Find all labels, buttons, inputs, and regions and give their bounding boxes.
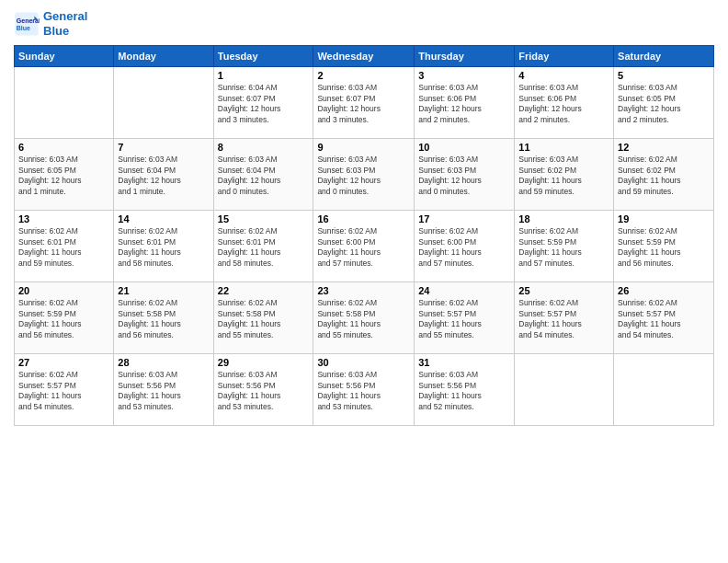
weekday-header-monday: Monday: [114, 46, 213, 67]
day-info: Sunrise: 6:02 AMSunset: 6:00 PMDaylight:…: [418, 226, 510, 269]
day-number: 15: [218, 213, 310, 224]
day-number: 23: [317, 285, 410, 296]
calendar-cell: 10Sunrise: 6:03 AMSunset: 6:03 PMDayligh…: [415, 139, 515, 211]
calendar-cell: 30Sunrise: 6:03 AMSunset: 5:56 PMDayligh…: [313, 354, 415, 426]
day-number: 21: [118, 285, 209, 296]
day-info: Sunrise: 6:04 AMSunset: 6:07 PMDaylight:…: [218, 83, 310, 125]
calendar-cell: 24Sunrise: 6:02 AMSunset: 5:57 PMDayligh…: [415, 282, 515, 354]
day-info: Sunrise: 6:03 AMSunset: 5:56 PMDaylight:…: [118, 370, 209, 412]
calendar-cell: 23Sunrise: 6:02 AMSunset: 5:58 PMDayligh…: [313, 282, 415, 354]
calendar-cell: 20Sunrise: 6:02 AMSunset: 5:59 PMDayligh…: [15, 282, 114, 354]
calendar-cell: 15Sunrise: 6:02 AMSunset: 6:01 PMDayligh…: [213, 211, 313, 282]
day-info: Sunrise: 6:02 AMSunset: 5:57 PMDaylight:…: [618, 298, 710, 340]
day-info: Sunrise: 6:02 AMSunset: 5:58 PMDaylight:…: [118, 298, 209, 340]
weekday-header-sunday: Sunday: [15, 46, 114, 67]
calendar-cell: 3Sunrise: 6:03 AMSunset: 6:06 PMDaylight…: [415, 67, 515, 139]
day-number: 25: [518, 285, 609, 296]
day-number: 12: [618, 142, 710, 153]
day-info: Sunrise: 6:03 AMSunset: 6:02 PMDaylight:…: [518, 155, 609, 197]
calendar-cell: 29Sunrise: 6:03 AMSunset: 5:56 PMDayligh…: [213, 354, 313, 426]
day-info: Sunrise: 6:03 AMSunset: 5:56 PMDaylight:…: [317, 370, 410, 412]
day-info: Sunrise: 6:02 AMSunset: 6:01 PMDaylight:…: [218, 226, 310, 269]
calendar-cell: 13Sunrise: 6:02 AMSunset: 6:01 PMDayligh…: [15, 211, 114, 282]
day-info: Sunrise: 6:02 AMSunset: 6:02 PMDaylight:…: [618, 155, 710, 197]
day-info: Sunrise: 6:02 AMSunset: 5:57 PMDaylight:…: [518, 298, 609, 340]
calendar-cell: 28Sunrise: 6:03 AMSunset: 5:56 PMDayligh…: [114, 354, 213, 426]
logo: General Blue General Blue: [14, 9, 87, 38]
day-info: Sunrise: 6:03 AMSunset: 6:05 PMDaylight:…: [618, 83, 710, 125]
svg-text:Blue: Blue: [17, 25, 30, 31]
day-number: 3: [418, 70, 510, 81]
day-info: Sunrise: 6:03 AMSunset: 6:03 PMDaylight:…: [418, 155, 510, 197]
calendar-cell: 14Sunrise: 6:02 AMSunset: 6:01 PMDayligh…: [114, 211, 213, 282]
day-number: 1: [218, 70, 310, 81]
day-number: 24: [418, 285, 510, 296]
logo-text: General Blue: [43, 9, 87, 38]
day-info: Sunrise: 6:02 AMSunset: 5:58 PMDaylight:…: [218, 298, 310, 340]
calendar-cell: 27Sunrise: 6:02 AMSunset: 5:57 PMDayligh…: [15, 354, 114, 426]
day-number: 13: [18, 213, 109, 224]
calendar-cell: 17Sunrise: 6:02 AMSunset: 6:00 PMDayligh…: [415, 211, 515, 282]
calendar-week-4: 20Sunrise: 6:02 AMSunset: 5:59 PMDayligh…: [15, 282, 714, 354]
day-number: 6: [18, 142, 109, 153]
calendar-cell: 12Sunrise: 6:02 AMSunset: 6:02 PMDayligh…: [614, 139, 714, 211]
day-number: 22: [218, 285, 310, 296]
weekday-header-thursday: Thursday: [415, 46, 515, 67]
day-number: 16: [317, 213, 410, 224]
calendar-week-5: 27Sunrise: 6:02 AMSunset: 5:57 PMDayligh…: [15, 354, 714, 426]
calendar-cell: [15, 67, 114, 139]
day-number: 20: [18, 285, 109, 296]
calendar-table: SundayMondayTuesdayWednesdayThursdayFrid…: [14, 45, 714, 426]
day-number: 29: [218, 357, 310, 368]
logo-icon: General Blue: [14, 11, 40, 37]
calendar-cell: 18Sunrise: 6:02 AMSunset: 5:59 PMDayligh…: [515, 211, 614, 282]
day-number: 7: [118, 142, 209, 153]
day-info: Sunrise: 6:02 AMSunset: 5:59 PMDaylight:…: [18, 298, 109, 340]
day-info: Sunrise: 6:03 AMSunset: 6:06 PMDaylight:…: [518, 83, 609, 125]
day-info: Sunrise: 6:03 AMSunset: 6:04 PMDaylight:…: [218, 155, 310, 197]
day-number: 30: [317, 357, 410, 368]
calendar-cell: 1Sunrise: 6:04 AMSunset: 6:07 PMDaylight…: [213, 67, 313, 139]
day-number: 5: [618, 70, 710, 81]
calendar-cell: 9Sunrise: 6:03 AMSunset: 6:03 PMDaylight…: [313, 139, 415, 211]
day-number: 17: [418, 213, 510, 224]
weekday-header-saturday: Saturday: [614, 46, 714, 67]
header: General Blue General Blue: [14, 9, 714, 38]
day-number: 10: [418, 142, 510, 153]
calendar-week-2: 6Sunrise: 6:03 AMSunset: 6:05 PMDaylight…: [15, 139, 714, 211]
day-info: Sunrise: 6:03 AMSunset: 6:03 PMDaylight:…: [317, 155, 410, 197]
calendar-cell: 25Sunrise: 6:02 AMSunset: 5:57 PMDayligh…: [515, 282, 614, 354]
day-info: Sunrise: 6:03 AMSunset: 6:06 PMDaylight:…: [418, 83, 510, 125]
day-info: Sunrise: 6:02 AMSunset: 5:59 PMDaylight:…: [618, 226, 710, 269]
svg-rect-0: [15, 12, 38, 35]
calendar-cell: 5Sunrise: 6:03 AMSunset: 6:05 PMDaylight…: [614, 67, 714, 139]
calendar-cell: [614, 354, 714, 426]
day-info: Sunrise: 6:02 AMSunset: 6:01 PMDaylight:…: [118, 226, 209, 269]
day-number: 19: [618, 213, 710, 224]
calendar-cell: 26Sunrise: 6:02 AMSunset: 5:57 PMDayligh…: [614, 282, 714, 354]
calendar-week-3: 13Sunrise: 6:02 AMSunset: 6:01 PMDayligh…: [15, 211, 714, 282]
day-info: Sunrise: 6:02 AMSunset: 6:00 PMDaylight:…: [317, 226, 410, 269]
calendar-cell: 21Sunrise: 6:02 AMSunset: 5:58 PMDayligh…: [114, 282, 213, 354]
day-info: Sunrise: 6:03 AMSunset: 6:07 PMDaylight:…: [317, 83, 410, 125]
day-number: 9: [317, 142, 410, 153]
calendar-cell: 31Sunrise: 6:03 AMSunset: 5:56 PMDayligh…: [415, 354, 515, 426]
calendar-cell: [515, 354, 614, 426]
calendar-cell: 6Sunrise: 6:03 AMSunset: 6:05 PMDaylight…: [15, 139, 114, 211]
day-info: Sunrise: 6:03 AMSunset: 5:56 PMDaylight:…: [218, 370, 310, 412]
calendar-cell: 22Sunrise: 6:02 AMSunset: 5:58 PMDayligh…: [213, 282, 313, 354]
day-number: 26: [618, 285, 710, 296]
weekday-header-tuesday: Tuesday: [213, 46, 313, 67]
calendar-cell: 11Sunrise: 6:03 AMSunset: 6:02 PMDayligh…: [515, 139, 614, 211]
day-info: Sunrise: 6:02 AMSunset: 5:58 PMDaylight:…: [317, 298, 410, 340]
day-number: 18: [518, 213, 609, 224]
calendar-cell: 16Sunrise: 6:02 AMSunset: 6:00 PMDayligh…: [313, 211, 415, 282]
day-number: 4: [518, 70, 609, 81]
day-info: Sunrise: 6:02 AMSunset: 5:57 PMDaylight:…: [418, 298, 510, 340]
calendar-cell: [114, 67, 213, 139]
weekday-header-row: SundayMondayTuesdayWednesdayThursdayFrid…: [15, 46, 714, 67]
day-info: Sunrise: 6:03 AMSunset: 6:05 PMDaylight:…: [18, 155, 109, 197]
day-number: 28: [118, 357, 209, 368]
page-container: General Blue General Blue SundayMondayTu…: [0, 0, 728, 435]
day-info: Sunrise: 6:02 AMSunset: 5:57 PMDaylight:…: [18, 370, 109, 412]
